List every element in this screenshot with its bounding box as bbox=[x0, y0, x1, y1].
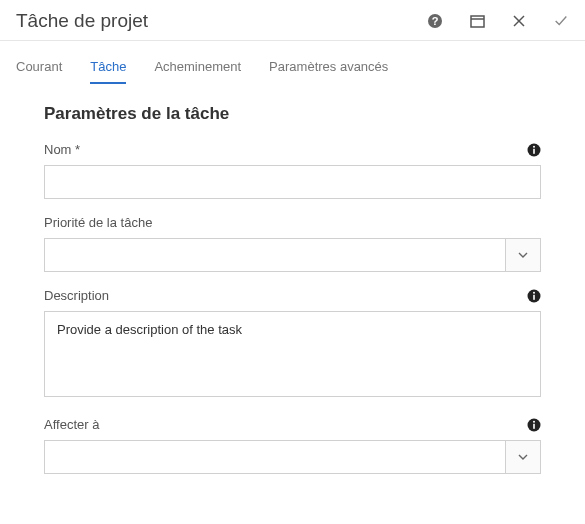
priority-select[interactable] bbox=[44, 238, 541, 272]
field-name: Nom * bbox=[44, 142, 541, 199]
svg-rect-10 bbox=[533, 294, 535, 299]
field-priority: Priorité de la tâche bbox=[44, 215, 541, 272]
description-label: Description bbox=[44, 288, 109, 303]
svg-point-11 bbox=[533, 291, 535, 293]
info-icon[interactable] bbox=[527, 289, 541, 303]
description-textarea[interactable] bbox=[44, 311, 541, 397]
confirm-icon[interactable] bbox=[553, 13, 569, 29]
tab-bar: Courant Tâche Acheminement Paramètres av… bbox=[0, 41, 585, 84]
dialog-header: Tâche de projet ? bbox=[0, 0, 585, 40]
field-description: Description bbox=[44, 288, 541, 401]
svg-rect-7 bbox=[533, 148, 535, 153]
priority-value[interactable] bbox=[44, 238, 505, 272]
section-title: Paramètres de la tâche bbox=[44, 104, 541, 124]
help-icon[interactable]: ? bbox=[427, 13, 443, 29]
svg-point-14 bbox=[533, 420, 535, 422]
tab-parametres-avances[interactable]: Paramètres avancés bbox=[269, 59, 388, 84]
svg-text:?: ? bbox=[432, 15, 439, 27]
svg-rect-2 bbox=[471, 16, 484, 27]
assign-value[interactable] bbox=[44, 440, 505, 474]
chevron-down-icon bbox=[518, 454, 528, 460]
assign-select[interactable] bbox=[44, 440, 541, 474]
header-actions: ? bbox=[427, 13, 569, 29]
priority-dropdown-button[interactable] bbox=[505, 238, 541, 272]
tab-tache[interactable]: Tâche bbox=[90, 59, 126, 84]
priority-label: Priorité de la tâche bbox=[44, 215, 152, 230]
assign-dropdown-button[interactable] bbox=[505, 440, 541, 474]
close-icon[interactable] bbox=[511, 13, 527, 29]
svg-rect-13 bbox=[533, 423, 535, 428]
name-label: Nom * bbox=[44, 142, 80, 157]
fullscreen-icon[interactable] bbox=[469, 13, 485, 29]
page-title: Tâche de projet bbox=[16, 10, 427, 32]
info-icon[interactable] bbox=[527, 143, 541, 157]
svg-point-8 bbox=[533, 145, 535, 147]
chevron-down-icon bbox=[518, 252, 528, 258]
name-input[interactable] bbox=[44, 165, 541, 199]
info-icon[interactable] bbox=[527, 418, 541, 432]
field-assign: Affecter à bbox=[44, 417, 541, 474]
tab-courant[interactable]: Courant bbox=[16, 59, 62, 84]
tab-acheminement[interactable]: Acheminement bbox=[154, 59, 241, 84]
assign-label: Affecter à bbox=[44, 417, 99, 432]
form-content: Paramètres de la tâche Nom * Priorité de… bbox=[0, 84, 585, 474]
